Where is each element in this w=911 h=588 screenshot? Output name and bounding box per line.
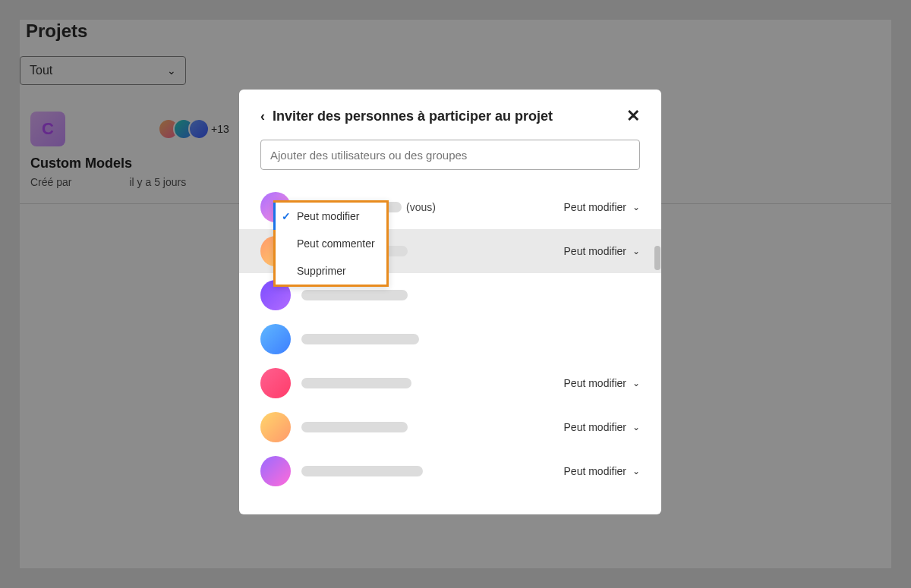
avatar <box>260 368 291 398</box>
avatar <box>260 324 291 354</box>
invite-modal: ‹ Inviter des personnes à participer au … <box>239 90 661 514</box>
chevron-down-icon: ⌄ <box>632 466 640 476</box>
permission-menu-item[interactable]: Peut commenter <box>276 230 386 257</box>
scrollbar[interactable] <box>654 246 661 299</box>
user-name <box>301 378 564 388</box>
redacted-name <box>301 378 411 388</box>
modal-title: Inviter des personnes à participer au pr… <box>273 108 553 124</box>
permission-label: Peut modifier <box>564 465 626 477</box>
user-row <box>239 317 661 361</box>
permission-dropdown[interactable]: Peut modifier⌄ <box>564 201 640 213</box>
permission-menu-item[interactable]: Supprimer <box>276 257 386 285</box>
redacted-name <box>301 290 408 300</box>
redacted-name <box>301 466 423 476</box>
permission-label: Peut modifier <box>564 201 626 213</box>
chevron-down-icon: ⌄ <box>632 422 640 432</box>
scrollbar-thumb[interactable] <box>654 246 660 270</box>
user-row: Peut modifier⌄ <box>239 449 661 493</box>
permission-dropdown[interactable]: Peut modifier⌄ <box>564 245 640 257</box>
user-name <box>301 290 640 300</box>
chevron-down-icon: ⌄ <box>632 378 640 388</box>
add-users-input[interactable] <box>260 140 640 170</box>
close-icon[interactable]: ✕ <box>626 106 640 126</box>
user-name <box>301 466 564 476</box>
permission-label: Peut modifier <box>564 377 626 389</box>
user-row: Peut modifier⌄ <box>239 405 661 449</box>
permission-dropdown[interactable]: Peut modifier⌄ <box>564 421 640 433</box>
you-suffix: (vous) <box>406 201 436 213</box>
user-row: Peut modifier⌄ <box>239 361 661 405</box>
redacted-name <box>301 334 419 344</box>
permission-dropdown[interactable]: Peut modifier⌄ <box>564 465 640 477</box>
avatar <box>260 412 291 442</box>
permission-label: Peut modifier <box>564 245 626 257</box>
permission-menu[interactable]: Peut modifierPeut commenterSupprimer <box>273 200 389 287</box>
permission-menu-item[interactable]: Peut modifier <box>273 203 386 230</box>
redacted-name <box>301 422 408 432</box>
chevron-down-icon: ⌄ <box>632 246 640 256</box>
modal-header: ‹ Inviter des personnes à participer au … <box>239 90 661 140</box>
back-icon[interactable]: ‹ <box>260 108 265 124</box>
avatar <box>260 456 291 486</box>
permission-label: Peut modifier <box>564 421 626 433</box>
user-name <box>301 422 564 432</box>
user-name <box>301 334 640 344</box>
chevron-down-icon: ⌄ <box>632 202 640 212</box>
permission-dropdown[interactable]: Peut modifier⌄ <box>564 377 640 389</box>
